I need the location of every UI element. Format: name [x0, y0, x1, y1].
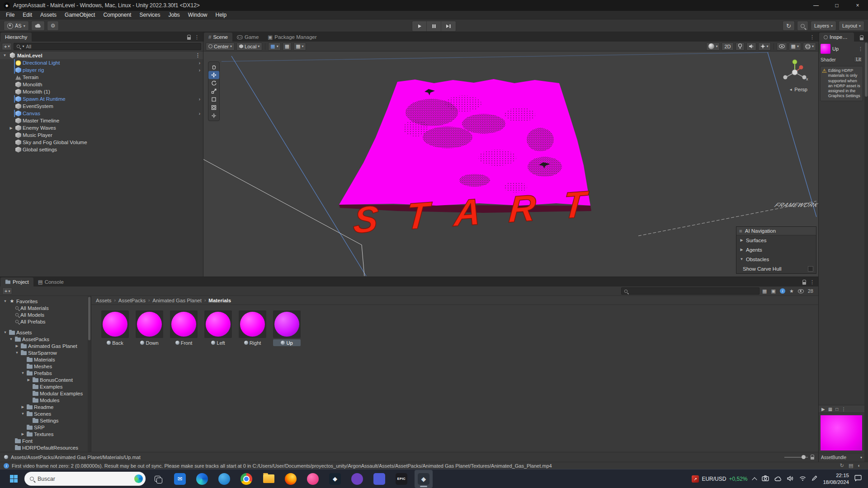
- gizmos-dropdown[interactable]: ▾: [803, 42, 816, 51]
- lighting-toggle-button[interactable]: [736, 42, 745, 51]
- prefab-open-icon[interactable]: ›: [199, 111, 200, 116]
- notification-center-icon[interactable]: [854, 475, 862, 483]
- camera-overlay-button[interactable]: ▦ ▾: [789, 42, 801, 51]
- taskbar-app-edge[interactable]: [193, 470, 211, 488]
- taskbar-app-teams[interactable]: [370, 470, 388, 488]
- search-button[interactable]: [797, 21, 808, 31]
- taskbar-app-skype[interactable]: [215, 470, 233, 488]
- project-tree-item[interactable]: Meshes: [0, 363, 91, 370]
- volume-tray-icon[interactable]: [787, 475, 794, 483]
- collapse-icon[interactable]: ▼: [20, 412, 25, 416]
- tab-console[interactable]: ▤ Console: [33, 277, 68, 286]
- hierarchy-item[interactable]: Global settings: [0, 146, 203, 153]
- layout-dropdown[interactable]: Layout ▾: [839, 21, 864, 31]
- menu-assets[interactable]: Assets: [36, 11, 61, 19]
- rect-tool-button[interactable]: [208, 95, 219, 103]
- taskbar-clock[interactable]: 22:15 18/08/2024: [823, 472, 849, 486]
- collapse-icon[interactable]: ▼: [2, 53, 8, 57]
- draw-mode-dropdown[interactable]: ▾: [706, 42, 720, 51]
- project-tree-item[interactable]: ▼ Assets: [0, 329, 91, 336]
- tab-inspector[interactable]: Inspector: [819, 33, 854, 42]
- pause-button[interactable]: [427, 21, 441, 31]
- expand-icon[interactable]: ▶: [26, 378, 31, 382]
- hidden-count-eye-icon[interactable]: [798, 289, 804, 293]
- tray-expand-icon[interactable]: [752, 477, 757, 482]
- ai-nav-agents-row[interactable]: ▶ Agents: [736, 245, 816, 254]
- hierarchy-item[interactable]: Terrain: [0, 74, 203, 81]
- audio-toggle-button[interactable]: [746, 42, 756, 51]
- snap-settings-button[interactable]: ▦ ▾: [293, 42, 306, 51]
- hierarchy-item[interactable]: Master Timeline: [0, 117, 203, 124]
- close-button[interactable]: ×: [847, 0, 868, 11]
- console-icon[interactable]: ▤: [849, 463, 853, 469]
- lock-icon[interactable]: [802, 282, 806, 285]
- prefab-open-icon[interactable]: ›: [199, 97, 200, 102]
- hierarchy-item[interactable]: EventSystem: [0, 103, 203, 110]
- add-gameobject-button[interactable]: + ▾: [2, 43, 12, 50]
- project-search-input[interactable]: [621, 287, 760, 295]
- kebab-icon[interactable]: ⋮: [195, 52, 200, 58]
- start-button[interactable]: [5, 470, 23, 488]
- expand-icon[interactable]: ▶: [20, 405, 25, 409]
- menu-services[interactable]: Services: [135, 11, 164, 19]
- collapse-icon[interactable]: ▼: [14, 351, 19, 355]
- hierarchy-item[interactable]: Monolith: [0, 81, 203, 88]
- preview-maximize-icon[interactable]: □: [835, 407, 838, 412]
- asset-bundle-row[interactable]: AssetBundle ▾: [819, 453, 864, 462]
- expand-icon[interactable]: ▶: [739, 238, 744, 242]
- hierarchy-item[interactable]: Spawn At Runtime ›: [0, 95, 203, 103]
- menu-gameobject[interactable]: GameObject: [61, 11, 99, 19]
- grid-snap-button[interactable]: ▦ ▾: [268, 42, 280, 51]
- minimize-button[interactable]: —: [806, 0, 826, 11]
- expand-icon[interactable]: ▶: [8, 126, 14, 130]
- material-item[interactable]: Down: [136, 310, 163, 346]
- tool-pivot-button[interactable]: Center ▾: [206, 42, 235, 51]
- favorites-header[interactable]: ▼ ★ Favorites: [0, 298, 91, 305]
- menu-file[interactable]: File: [2, 11, 19, 19]
- network-tray-icon[interactable]: [799, 475, 806, 483]
- project-tree-item[interactable]: Settings: [0, 417, 91, 424]
- menu-edit[interactable]: Edit: [19, 11, 36, 19]
- taskbar-app-photos[interactable]: [304, 470, 322, 488]
- project-tree-item[interactable]: ▼ Scenes: [0, 410, 91, 417]
- layers-dropdown[interactable]: Layers ▾: [811, 21, 836, 31]
- taskbar-app-epic[interactable]: EPIC: [392, 470, 410, 488]
- pen-tray-icon[interactable]: [811, 475, 817, 483]
- scene-root-row[interactable]: ▼ MainLevel ⋮: [0, 52, 203, 59]
- expand-icon[interactable]: ▶: [739, 248, 744, 252]
- ai-nav-obstacles-row[interactable]: ▼ Obstacles: [736, 254, 816, 264]
- collapse-icon[interactable]: ▼: [20, 371, 25, 375]
- tool-space-button[interactable]: Local ▾: [236, 42, 262, 51]
- maximize-button[interactable]: □: [826, 0, 847, 11]
- collapse-icon[interactable]: ▼: [739, 257, 744, 261]
- camera-tray-icon[interactable]: [762, 475, 769, 483]
- project-tree-item[interactable]: Examples: [0, 383, 91, 390]
- project-tree-item[interactable]: ▼ StarSparrow: [0, 349, 91, 356]
- hierarchy-search-input[interactable]: ▾ All: [14, 43, 201, 50]
- ai-nav-surfaces-row[interactable]: ▶ Surfaces: [736, 235, 816, 245]
- market-widget[interactable]: ↗ EUR/USD +0,52%: [692, 475, 747, 483]
- inspector-scrollbar[interactable]: [864, 42, 868, 462]
- favorite-item[interactable]: All Models: [0, 311, 91, 318]
- onedrive-tray-icon[interactable]: [774, 475, 782, 483]
- material-preview[interactable]: [821, 415, 862, 450]
- cloud-button[interactable]: [31, 21, 45, 31]
- kebab-icon[interactable]: ⋮: [810, 34, 815, 40]
- step-button[interactable]: [441, 21, 456, 31]
- breadcrumb-animated-gas-planet[interactable]: Animated Gas Planet: [152, 298, 202, 303]
- undo-history-button[interactable]: ↻: [783, 21, 795, 31]
- task-view-button[interactable]: [148, 470, 166, 488]
- project-tree-item[interactable]: HDRPDefaultResources: [0, 444, 91, 451]
- tab-scene[interactable]: # Scene: [204, 33, 232, 42]
- search-highlights-icon[interactable]: [134, 474, 143, 483]
- create-asset-button[interactable]: + ▾: [2, 287, 12, 295]
- info-icon[interactable]: i: [780, 288, 785, 294]
- info-icon[interactable]: i: [4, 463, 9, 469]
- project-tree-item[interactable]: ▶ Textures: [0, 431, 91, 437]
- menu-component[interactable]: Component: [99, 11, 135, 19]
- account-button[interactable]: ÄS ▾: [4, 21, 29, 31]
- expand-icon[interactable]: ▶: [14, 344, 19, 348]
- preview-kebab-icon[interactable]: ⋮: [841, 407, 846, 412]
- hierarchy-item[interactable]: Music Player: [0, 131, 203, 139]
- tab-game[interactable]: Game: [232, 33, 263, 42]
